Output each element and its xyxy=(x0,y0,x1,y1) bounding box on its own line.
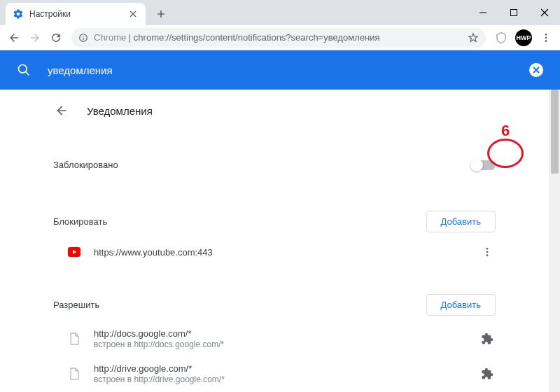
back-arrow-button[interactable] xyxy=(53,102,70,119)
menu-button[interactable] xyxy=(536,28,556,48)
svg-point-1 xyxy=(545,34,547,36)
address-bar[interactable]: Chrome | chrome://settings/content/notif… xyxy=(71,28,486,48)
youtube-icon xyxy=(67,245,81,259)
tab-title: Настройки xyxy=(29,9,127,19)
allow-section-title: Разрешить xyxy=(53,300,426,310)
bookmark-star-icon[interactable] xyxy=(468,32,479,43)
window-close-button[interactable] xyxy=(529,0,560,25)
scrollbar[interactable] xyxy=(549,90,560,392)
close-icon[interactable] xyxy=(127,8,139,20)
gear-icon xyxy=(13,8,24,20)
minimize-button[interactable] xyxy=(468,0,498,25)
maximize-button[interactable] xyxy=(498,0,529,25)
file-icon xyxy=(67,367,81,381)
search-icon xyxy=(17,63,31,77)
scrollbar-thumb[interactable] xyxy=(551,90,559,174)
new-tab-button[interactable] xyxy=(151,4,171,24)
block-section-title: Блокировать xyxy=(53,216,426,227)
url-text: Chrome | chrome://settings/content/notif… xyxy=(94,32,379,43)
more-actions-button[interactable] xyxy=(479,246,496,258)
svg-point-6 xyxy=(486,248,489,250)
extension-icon xyxy=(479,332,496,345)
svg-rect-0 xyxy=(511,10,517,16)
site-subtext: встроен в http://docs.google.com/* xyxy=(94,340,479,349)
svg-point-3 xyxy=(545,40,547,42)
settings-panel: Уведомления Заблокировано Блокировать До… xyxy=(0,90,549,392)
window-titlebar: Настройки xyxy=(0,0,560,25)
svg-point-7 xyxy=(486,251,489,253)
block-section-header: Блокировать Добавить xyxy=(53,201,496,238)
clear-search-button[interactable] xyxy=(529,63,543,77)
site-url: http://drive.google.com/* xyxy=(94,363,479,374)
add-allow-button[interactable]: Добавить xyxy=(426,294,496,316)
allowed-site-row: http://drive.google.com/* встроен в http… xyxy=(53,356,496,391)
window-controls xyxy=(468,0,560,25)
forward-button[interactable] xyxy=(25,28,45,48)
svg-point-8 xyxy=(486,254,489,256)
content-area: Уведомления Заблокировано Блокировать До… xyxy=(0,90,560,392)
section-header: Уведомления xyxy=(53,90,496,132)
shield-icon[interactable] xyxy=(491,28,511,48)
extension-icon xyxy=(479,368,496,380)
profile-avatar[interactable]: HWP xyxy=(515,29,532,46)
blocked-label: Заблокировано xyxy=(53,160,472,170)
site-url: https://www.youtube.com:443 xyxy=(94,247,479,258)
reload-button[interactable] xyxy=(46,28,66,48)
page-title: Уведомления xyxy=(87,105,153,117)
notifications-toggle[interactable] xyxy=(472,160,496,170)
browser-tab[interactable]: Настройки xyxy=(6,3,146,25)
site-info-icon[interactable] xyxy=(78,33,88,43)
add-block-button[interactable]: Добавить xyxy=(426,211,496,232)
site-url: http://docs.google.com/* xyxy=(94,328,479,339)
file-icon xyxy=(67,332,81,346)
svg-point-2 xyxy=(545,36,547,38)
blocked-toggle-row: Заблокировано xyxy=(53,132,496,180)
browser-toolbar: Chrome | chrome://settings/content/notif… xyxy=(0,25,560,50)
svg-point-4 xyxy=(19,65,27,74)
blocked-site-row: https://www.youtube.com:443 xyxy=(53,238,496,266)
allow-section-header: Разрешить Добавить xyxy=(53,284,496,321)
allowed-site-row: http://docs.google.com/* встроен в http:… xyxy=(53,321,496,356)
settings-search-bar: уведомления xyxy=(0,50,560,90)
search-query[interactable]: уведомления xyxy=(48,64,529,76)
site-subtext: встроен в http://drive.google.com/* xyxy=(94,374,479,384)
back-button[interactable] xyxy=(4,28,24,48)
